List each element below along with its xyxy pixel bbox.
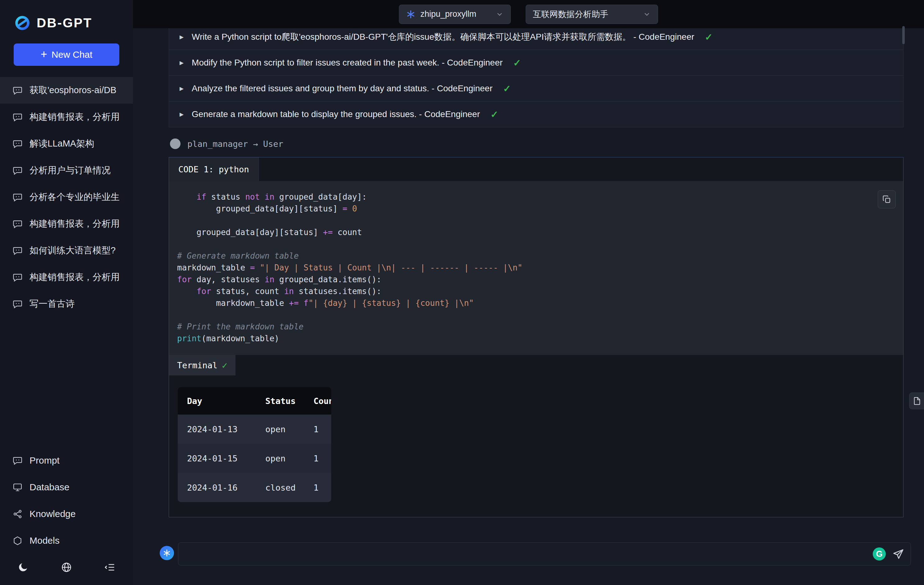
sidebar-chat-item[interactable]: 构建销售报表，分析用 (0, 264, 133, 291)
sidebar-chat-item[interactable]: 构建销售报表，分析用 (0, 104, 133, 130)
table-cell: open (256, 454, 304, 463)
table-cell: 1 (304, 425, 331, 434)
chat-item-label: 分析用户与订单情况 (30, 164, 111, 177)
collapse-sidebar-icon[interactable] (104, 562, 116, 573)
chat-bubble-icon (12, 299, 23, 309)
nav-label: Prompt (30, 455, 59, 466)
table-body: 2024-01-13open12024-01-15open12024-01-16… (178, 415, 331, 502)
model-avatar-badge (160, 546, 174, 560)
check-icon: ✓ (503, 83, 511, 94)
plan-step-card[interactable]: ▶ Generate a markdown table to display t… (169, 101, 904, 127)
table-cell: open (256, 425, 304, 434)
sidebar-chat-item[interactable]: 解读LLaMA架构 (0, 130, 133, 157)
caret-right-icon: ▶ (180, 86, 184, 92)
new-chat-button[interactable]: + New Chat (14, 43, 119, 66)
code-block: if status not in grouped_data[day]: grou… (169, 181, 903, 355)
table-cell: 1 (304, 454, 331, 463)
table-cell: 2024-01-16 (178, 483, 256, 493)
scrollbar-thumb[interactable] (902, 26, 905, 44)
chat-bubble-icon (12, 165, 23, 176)
code-line (177, 309, 896, 321)
chat-input[interactable] (186, 549, 867, 559)
terminal-tab-label: Terminal (177, 361, 218, 370)
agent-avatar (170, 138, 180, 149)
chat-bubble-icon (12, 192, 23, 203)
models-icon (12, 536, 23, 546)
chat-composer: G (178, 542, 911, 565)
check-icon: ✓ (490, 109, 498, 120)
table-header-row: DayStatusCount (178, 387, 331, 415)
zhipu-model-icon (163, 549, 171, 557)
document-icon (912, 397, 921, 405)
plan-step-card[interactable]: ▶ Write a Python script to爬取'eosphoros-a… (169, 28, 904, 50)
chat-main-area: ▶ Write a Python script to爬取'eosphoros-a… (133, 28, 924, 585)
table-row: 2024-01-16closed1 (178, 473, 331, 502)
grammarly-icon[interactable]: G (873, 547, 886, 560)
plan-step-card[interactable]: ▶ Modify the Python script to filter iss… (169, 50, 904, 76)
code-line: # Generate markdown table (177, 250, 896, 262)
model-select[interactable]: zhipu_proxyllm (399, 5, 511, 24)
sidebar-chat-item[interactable]: 分析各个专业的毕业生 (0, 184, 133, 211)
assistant-select[interactable]: 互联网数据分析助手 (526, 5, 658, 24)
code-line: if status not in grouped_data[day]: (177, 191, 896, 203)
plan-step-card[interactable]: ▶ Analyze the filtered issues and group … (169, 76, 904, 102)
table-header-cell: Status (256, 396, 304, 406)
nav-label: Database (30, 482, 69, 493)
chat-bubble-icon (12, 112, 23, 122)
code-tab[interactable]: CODE 1: python (169, 157, 259, 181)
assistant-select-value: 互联网数据分析助手 (533, 9, 638, 20)
chat-feedback-button[interactable] (909, 392, 924, 409)
new-chat-label: New Chat (51, 49, 92, 60)
sidebar-item-knowledge[interactable]: Knowledge (0, 501, 133, 527)
nav-label: Knowledge (30, 509, 76, 519)
nav-label: Models (30, 535, 59, 546)
code-line: for status, count in statuses.items(): (177, 285, 896, 297)
terminal-output: DayStatusCount 2024-01-13open12024-01-15… (169, 376, 903, 517)
chevron-down-icon (495, 10, 503, 18)
caret-right-icon: ▶ (180, 59, 184, 66)
sidebar-footer-icons (0, 554, 133, 585)
copy-code-button[interactable] (878, 190, 896, 208)
plan-step-text: Analyze the filtered issues and group th… (192, 84, 492, 94)
app-title: DB-GPT (37, 15, 92, 30)
code-line: for day, statuses in grouped_data.items(… (177, 274, 896, 285)
sidebar: DB-GPT + New Chat 获取'eosphoros-ai/DB 构建销… (0, 0, 133, 585)
table-header-cell: Count (304, 396, 331, 406)
db-gpt-logo-icon (14, 14, 31, 32)
chat-history-list: 获取'eosphoros-ai/DB 构建销售报表，分析用 解读LLaMA架构 … (0, 77, 133, 317)
sidebar-chat-item[interactable]: 写一首古诗 (0, 291, 133, 317)
check-icon: ✓ (222, 360, 228, 371)
caret-right-icon: ▶ (180, 111, 184, 118)
sidebar-item-prompt[interactable]: Prompt (0, 447, 133, 474)
sidebar-item-models[interactable]: Models (0, 527, 133, 554)
sidebar-chat-item[interactable]: 构建销售报表，分析用 (0, 211, 133, 237)
plan-steps-list: ▶ Write a Python script to爬取'eosphoros-a… (169, 28, 904, 127)
table-row: 2024-01-13open1 (178, 415, 331, 444)
chevron-down-icon (643, 10, 651, 18)
sidebar-item-database[interactable]: Database (0, 474, 133, 501)
topbar: zhipu_proxyllm 互联网数据分析助手 (133, 0, 924, 28)
chat-item-label: 构建销售报表，分析用 (30, 218, 120, 230)
prompt-icon (12, 455, 23, 466)
code-tabbar: CODE 1: python (169, 157, 903, 181)
chat-item-label: 构建销售报表，分析用 (30, 111, 120, 123)
table-cell: 2024-01-15 (178, 454, 256, 463)
plan-step-text: Generate a markdown table to display the… (192, 109, 480, 119)
chat-item-label: 分析各个专业的毕业生 (30, 191, 120, 203)
sidebar-chat-item[interactable]: 获取'eosphoros-ai/DB (0, 77, 133, 104)
dark-mode-moon-icon[interactable] (17, 562, 28, 573)
terminal-tab[interactable]: Terminal ✓ (169, 355, 236, 376)
knowledge-icon (12, 509, 23, 519)
sidebar-chat-item[interactable]: 如何训练大语言模型? (0, 237, 133, 264)
send-button[interactable] (891, 547, 905, 561)
terminal-tabbar: Terminal ✓ (169, 355, 903, 376)
chat-bubble-icon (12, 139, 23, 149)
table-cell: 2024-01-13 (178, 425, 256, 434)
send-icon (892, 548, 904, 560)
chat-bubble-icon (12, 219, 23, 229)
code-result-card: CODE 1: python if status not in grouped_… (169, 157, 904, 517)
message-header: plan_manager → User (170, 138, 904, 149)
sidebar-chat-item[interactable]: 分析用户与订单情况 (0, 157, 133, 184)
issues-table: DayStatusCount 2024-01-13open12024-01-15… (178, 387, 331, 502)
language-globe-icon[interactable] (61, 562, 72, 573)
